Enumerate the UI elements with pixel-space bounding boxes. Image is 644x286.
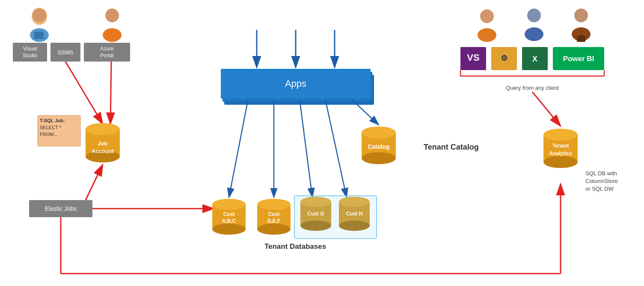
svg-text:D,E,F: D,E,F: [267, 218, 281, 224]
svg-text:Catalog: Catalog: [368, 143, 389, 150]
svg-rect-15: [50, 43, 80, 62]
svg-point-51: [362, 127, 396, 139]
svg-text:Tenant Databases: Tenant Databases: [264, 242, 326, 251]
svg-line-45: [229, 99, 248, 198]
svg-text:Portal: Portal: [100, 53, 113, 59]
svg-rect-64: [294, 196, 377, 239]
svg-text:⚙: ⚙: [501, 54, 507, 62]
svg-rect-82: [579, 35, 583, 37]
svg-text:Cust: Cust: [268, 211, 280, 217]
svg-text:Cust: Cust: [223, 211, 235, 217]
svg-text:or SQL DW: or SQL DW: [585, 186, 614, 192]
svg-line-33: [86, 165, 103, 200]
svg-point-4: [32, 8, 47, 25]
svg-point-76: [478, 28, 496, 42]
svg-point-71: [339, 221, 370, 231]
svg-rect-87: [522, 47, 548, 70]
svg-rect-50: [362, 133, 396, 158]
svg-point-66: [300, 197, 331, 207]
svg-text:SSMS: SSMS: [58, 49, 74, 56]
svg-line-95: [532, 92, 561, 126]
svg-rect-9: [33, 38, 45, 39]
svg-point-7: [30, 28, 49, 42]
svg-rect-81: [577, 36, 585, 42]
svg-line-21: [110, 62, 111, 124]
svg-text:Cust H: Cust H: [346, 211, 363, 217]
svg-rect-22: [38, 115, 80, 146]
svg-rect-83: [460, 47, 486, 70]
svg-rect-17: [84, 43, 130, 62]
svg-rect-8: [34, 32, 44, 38]
svg-point-11: [103, 28, 122, 42]
svg-point-55: [212, 199, 246, 210]
svg-text:Azure: Azure: [100, 46, 114, 52]
svg-text:Tenant Catalog: Tenant Catalog: [424, 143, 479, 151]
svg-point-70: [339, 197, 370, 207]
svg-point-56: [212, 224, 246, 235]
apps-label: [224, 75, 374, 105]
svg-point-79: [574, 9, 588, 22]
tenant-analytics-cylinder: [543, 135, 578, 168]
svg-text:ColumnStore: ColumnStore: [585, 178, 618, 184]
svg-text:T-SQL Job:: T-SQL Job:: [40, 118, 65, 123]
svg-rect-69: [339, 202, 370, 226]
svg-text:X: X: [532, 55, 537, 63]
svg-text:Query from any client: Query from any client: [506, 85, 559, 91]
svg-text:SELECT *: SELECT *: [40, 125, 62, 130]
svg-point-80: [572, 27, 591, 41]
svg-point-6: [33, 9, 46, 22]
svg-rect-85: [491, 47, 517, 70]
svg-point-61: [257, 224, 291, 235]
svg-point-78: [525, 27, 543, 41]
svg-text:Studio: Studio: [23, 53, 37, 59]
power-bi-button[interactable]: [553, 47, 604, 70]
svg-point-67: [300, 221, 331, 231]
svg-point-10: [105, 9, 119, 22]
svg-text:A,B,C: A,B,C: [222, 218, 236, 224]
svg-point-5: [32, 8, 47, 25]
svg-rect-12: [13, 43, 47, 62]
svg-line-48: [325, 99, 347, 198]
architecture-diagram: Visual Studio SSMS Azure Portal T-SQL Jo…: [0, 0, 644, 286]
svg-rect-65: [300, 202, 331, 226]
svg-text:SQL DB with: SQL DB with: [585, 170, 617, 177]
svg-text:FROM...: FROM...: [40, 132, 58, 137]
svg-point-52: [362, 152, 396, 164]
svg-point-75: [480, 9, 494, 23]
svg-text:Visual: Visual: [23, 46, 37, 52]
svg-text:Cust G: Cust G: [307, 211, 324, 217]
svg-text:VS: VS: [467, 52, 479, 63]
svg-rect-54: [212, 204, 246, 229]
svg-line-20: [65, 62, 103, 124]
svg-rect-59: [257, 204, 291, 229]
svg-point-60: [257, 199, 291, 210]
svg-line-47: [300, 99, 312, 198]
svg-point-77: [527, 9, 541, 22]
job-account-label: [86, 128, 120, 162]
elastic-jobs-box: [29, 200, 92, 217]
